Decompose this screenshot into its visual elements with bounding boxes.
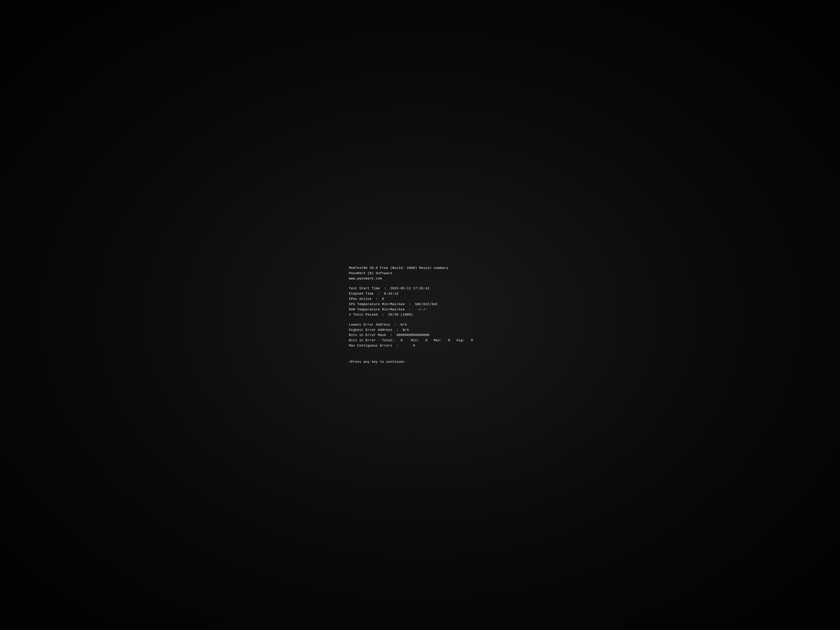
lowest-error-value: N/A (401, 323, 407, 327)
max-contiguous-value: 0 (413, 344, 415, 347)
bits-error-total-value: 0 (401, 338, 403, 342)
ram-temp-value: -/-/- (417, 308, 428, 311)
header-line2: PassMark (R) Software (349, 271, 491, 276)
bits-in-error-total: Bits in Error - Total: 0 Min: 0 Max: 0 A… (349, 338, 491, 343)
highest-error-value: N/A (403, 328, 409, 332)
cpu-temp-value: 50C/81C/64C (415, 302, 438, 306)
bits-error-min-label: Min: (403, 338, 425, 342)
press-any-key[interactable]: <Press any key to continue> (349, 359, 491, 365)
test-start-time-value: 2022-05-12 17:35:41 (390, 287, 429, 290)
bits-error-min-value: 0 (425, 338, 428, 342)
bits-error-avg-label: Avg: (450, 338, 471, 342)
elapsed-time: Elapsed Time : 0:43:13 (349, 291, 491, 297)
bits-error-max-value: 0 (448, 338, 450, 342)
cpu-temperature: CPU Temperature Min/Max/Ave : 50C/81C/64… (349, 302, 491, 307)
blank-2 (349, 317, 491, 322)
ram-temperature: RAM Temperature Min/Max/Ave : -/-/- (349, 307, 491, 312)
tests-passed-value: 20/20 (100%) (388, 313, 413, 316)
cpus-active-label: CPUs Active : (349, 297, 382, 301)
screen: MemTest86 V9.0 Free (Build: 2000) Result… (0, 0, 840, 630)
ram-temp-label: RAM Temperature Min/Max/Ave : (349, 308, 417, 311)
max-contiguous-errors: Max Contiguous Errors : 0 (349, 343, 491, 348)
header-line3: www.passmark.com (349, 276, 491, 281)
max-contiguous-label: Max Contiguous Errors : (349, 344, 413, 347)
highest-error-label: Highest Error Address : (349, 328, 403, 332)
lowest-error-address: Lowest Error Address : N/A (349, 322, 491, 327)
bits-error-avg-value: 0 (471, 338, 473, 342)
bits-error-mask-value: 0000000000000000 (396, 333, 429, 337)
test-start-time: Test Start Time : 2022-05-12 17:35:41 (349, 286, 491, 291)
bits-error-total-label: Bits in Error - Total: (349, 338, 401, 342)
elapsed-time-label: Elapsed Time : (349, 292, 384, 295)
bits-error-mask-label: Bits in Error Mask : (349, 333, 396, 337)
cpus-active-value: 6 (382, 297, 384, 301)
terminal-content: MemTest86 V9.0 Free (Build: 2000) Result… (338, 258, 502, 372)
highest-error-address: Highest Error Address : N/A (349, 327, 491, 333)
test-start-time-label: Test Start Time : (349, 287, 390, 290)
elapsed-time-value: 0:43:13 (384, 292, 398, 295)
cpu-temp-label: CPU Temperature Min/Max/Ave : (349, 302, 415, 306)
blank-1 (349, 281, 491, 286)
tests-passed-label: # Tests Passed : (349, 313, 388, 316)
header-line1: MemTest86 V9.0 Free (Build: 2000) Result… (349, 265, 491, 271)
cpus-active: CPUs Active : 6 (349, 297, 491, 302)
tests-passed: # Tests Passed : 20/20 (100%) (349, 312, 491, 317)
bits-error-max-label: Max: (428, 338, 448, 342)
bits-in-error-mask: Bits in Error Mask : 0000000000000000 (349, 333, 491, 338)
lowest-error-label: Lowest Error Address : (349, 323, 401, 327)
